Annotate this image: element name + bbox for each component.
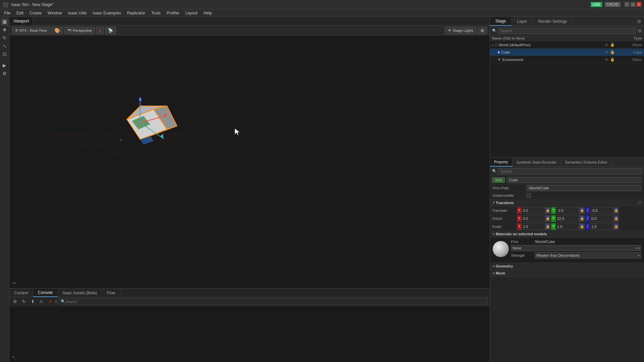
world-lock-icon[interactable]: 🔒 (610, 42, 615, 48)
material-dropdown[interactable]: None ✕ ▾ (511, 245, 641, 251)
menu-isaac-examples[interactable]: Isaac Examples (90, 10, 124, 16)
orient-y-lock-icon[interactable]: 🔒 (579, 215, 585, 222)
collapse-arrow[interactable]: › (120, 136, 122, 143)
viewport-tab[interactable]: Viewport (9, 17, 33, 25)
scale-y-lock-icon[interactable]: 🔒 (579, 223, 585, 230)
transform-section-header[interactable]: ▾ Transform ⬡ (490, 199, 644, 206)
menu-help[interactable]: Help (201, 10, 215, 16)
transform-options-icon[interactable]: ⬡ (638, 200, 641, 205)
cube-eye-icon[interactable]: 👁 (604, 50, 609, 55)
renderer-button[interactable]: ⚙ RTX - Real-Time (12, 27, 50, 34)
tab-content[interactable]: Content (9, 289, 33, 297)
scale-fields: X 🔒 Y 🔒 Z 🔒 (517, 223, 642, 230)
orient-x-lock-icon[interactable]: 🔒 (545, 215, 550, 222)
world-eye-icon[interactable]: 👁 (604, 42, 609, 48)
select-tool-button[interactable]: ⊞ (1, 18, 8, 25)
add-property-button[interactable]: Add (492, 177, 505, 183)
mesh-section-header[interactable]: ▾ Mesh (490, 270, 644, 277)
play-button[interactable]: ▶ (1, 62, 8, 69)
scale-z-lock-icon[interactable]: 🔒 (613, 223, 619, 230)
translate-y-lock-icon[interactable]: 🔒 (579, 207, 585, 214)
orient-z-input[interactable] (590, 215, 613, 222)
material-strength-dropdown[interactable]: Weaker than Descendants ▾ (535, 252, 641, 258)
material-clear-icon[interactable]: ✕ (635, 246, 637, 250)
menu-tools[interactable]: Tools (149, 10, 163, 16)
stage-row-cube[interactable]: ■ Cube 👁 🔒 Cube (490, 49, 644, 56)
stage-lights-button[interactable]: ☀ Stage Lights (445, 27, 476, 34)
translate-x-lock-icon[interactable]: 🔒 (545, 207, 550, 214)
console-search-box[interactable]: 🔍 (58, 298, 488, 305)
console-clear-icon[interactable]: ⬆ (29, 298, 36, 305)
stage-header-type: Type (615, 36, 642, 40)
render-mode-button[interactable]: 🎨 (51, 27, 63, 34)
close-button[interactable]: ✕ (637, 2, 641, 7)
material-chevron-down-icon[interactable]: ▾ (638, 246, 640, 250)
instanceable-checkbox[interactable] (526, 193, 531, 198)
scale-label: Scale (492, 225, 516, 229)
tab-semantics-schema-editor[interactable]: Semantics Schema Editor (561, 158, 612, 167)
translate-x-input[interactable] (522, 207, 545, 214)
scale-y-input[interactable] (556, 223, 579, 230)
scale-tool-button[interactable]: ⤡ (1, 42, 8, 50)
tab-console[interactable]: Console (33, 289, 58, 297)
camera-settings-button[interactable]: › (96, 27, 104, 34)
menu-layout[interactable]: Layout (183, 10, 200, 16)
stage-row-environment[interactable]: ☀ Environment 👁 🔒 Xform (490, 56, 644, 63)
menu-isaac-utils[interactable]: Isaac Utils (65, 10, 89, 16)
tab-synthetic-data-recorder[interactable]: Synthetic Data Recorder (513, 158, 561, 167)
scale-x-lock-icon[interactable]: 🔒 (545, 223, 550, 230)
scale-x-input[interactable] (522, 223, 545, 230)
console-refresh-icon[interactable]: ↻ (20, 298, 28, 305)
tab-isaac-assets[interactable]: Isaac Assets (Beta) (58, 289, 102, 297)
rotate-tool-button[interactable]: ↻ (1, 34, 8, 42)
tab-render-settings[interactable]: Render Settings (533, 17, 573, 26)
geometry-section-header[interactable]: ▾ Geometry (490, 262, 644, 270)
stage-search-input[interactable] (498, 28, 636, 34)
move-tool-button[interactable]: ✥ (1, 26, 8, 34)
menu-create[interactable]: Create (27, 10, 44, 16)
translate-z-input[interactable] (590, 207, 613, 214)
tab-stage[interactable]: Stage (490, 17, 512, 26)
camera-button[interactable]: 📷 Perspective (64, 27, 95, 34)
minimize-button[interactable]: ─ (625, 2, 629, 7)
tab-flow[interactable]: Flow (102, 289, 120, 297)
orient-z-lock-icon[interactable]: 🔒 (613, 215, 619, 222)
menu-window[interactable]: Window (45, 10, 65, 16)
console-warning-icon[interactable]: ⚠ (38, 298, 45, 305)
prim-name-input[interactable] (507, 177, 642, 183)
tab-layer[interactable]: Layer (512, 17, 533, 26)
stage-tab-bar: Stage Layer Render Settings ⚙ (490, 17, 644, 26)
menu-replicator[interactable]: Replicator (124, 10, 148, 16)
menu-edit[interactable]: Edit (14, 10, 26, 16)
console-settings-icon[interactable]: ⚙ (11, 298, 19, 305)
translate-z-lock-icon[interactable]: 🔒 (613, 207, 619, 214)
menu-file[interactable]: File (1, 10, 13, 16)
console-search-input[interactable] (65, 300, 485, 304)
transform-tool-button[interactable]: ⊡ (1, 50, 8, 58)
cube-lock-icon[interactable]: 🔒 (610, 50, 615, 55)
orient-x-input[interactable] (522, 215, 545, 222)
viewport-options-button[interactable]: ⊞ (478, 27, 487, 34)
world-expand-icon[interactable]: ▸ (492, 43, 494, 47)
console-error-icon[interactable]: ✕ (46, 298, 54, 305)
env-eye-icon[interactable]: 👁 (604, 57, 609, 62)
settings-button[interactable]: ⚙ (1, 70, 8, 77)
bottom-tab-bar: Content Console Isaac Assets (Beta) Flow (9, 289, 490, 297)
orient-row: Orient X 🔒 Y 🔒 Z 🔒 (490, 215, 644, 223)
orient-y-input[interactable] (556, 215, 579, 222)
stage-row-env-icons: 👁 🔒 (604, 57, 615, 62)
menu-profiler[interactable]: Profiler (164, 10, 182, 16)
scale-z-input[interactable] (590, 223, 613, 230)
maximize-button[interactable]: □ (631, 2, 635, 7)
stage-row-world[interactable]: ▸ □ World (defaultPrim) 👁 🔒 Xform (490, 41, 644, 49)
stage-filter-icon[interactable]: ⚙ (637, 19, 644, 24)
property-search-input[interactable] (498, 168, 642, 174)
env-lock-icon[interactable]: 🔒 (610, 57, 615, 62)
viewport-canvas[interactable]: › m (9, 36, 490, 288)
materials-section-header[interactable]: ▾ Materials on selected models (490, 231, 644, 238)
scale-y-group: Y 🔒 (551, 223, 585, 230)
tab-property[interactable]: Property (490, 158, 513, 167)
broadcast-button[interactable]: 📡 (105, 27, 116, 34)
translate-y-input[interactable] (556, 207, 579, 214)
stage-filter-options-icon[interactable]: ⚙ (638, 28, 642, 34)
